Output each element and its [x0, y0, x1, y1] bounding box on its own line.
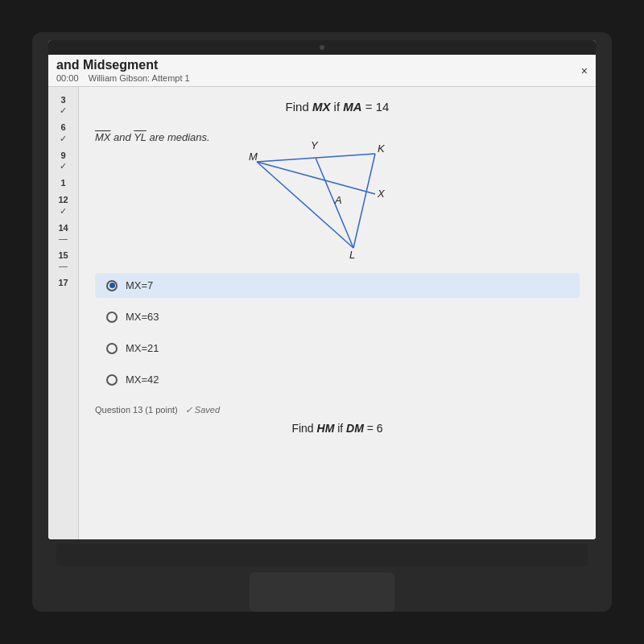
laptop-bottom: [32, 539, 612, 612]
median-yl: YL: [134, 131, 147, 143]
choice-c[interactable]: MX=21: [95, 336, 580, 361]
choice-b-label: MX=63: [126, 311, 159, 323]
screen-content: and Midsegment 00:00 William Gibson: Att…: [48, 55, 596, 539]
radio-a-inner: [109, 283, 115, 288]
timer: 00:00: [56, 73, 79, 83]
radio-c[interactable]: [106, 343, 118, 354]
content-area: Find MX if MA = 14 MX and YL are medians…: [79, 87, 596, 539]
svg-text:Y: Y: [311, 139, 319, 151]
saved-label: ✓ Saved: [185, 405, 220, 415]
sidebar-item-17[interactable]: 17: [58, 278, 68, 288]
keyboard: [56, 544, 588, 566]
screen: and Midsegment 00:00 William Gibson: Att…: [48, 40, 596, 539]
camera-dot: [320, 45, 324, 50]
sidebar-check-3: ✓: [60, 105, 67, 116]
svg-line-1: [353, 154, 375, 248]
sidebar-num-9: 9: [60, 151, 65, 161]
sidebar-check-12: ✓: [60, 206, 67, 217]
student-info: 00:00 William Gibson: Attempt 1: [56, 73, 190, 83]
choice-d[interactable]: MX=42: [95, 367, 580, 392]
sidebar-check-6: ✓: [60, 134, 67, 144]
diagram-area: MX and YL are medians.: [95, 123, 580, 260]
sidebar-item-3[interactable]: 3 ✓: [60, 95, 67, 116]
top-bar-info: and Midsegment 00:00 William Gibson: Att…: [56, 58, 190, 83]
svg-text:L: L: [349, 249, 355, 260]
trackpad: [250, 572, 394, 612]
sidebar-check-14: —: [59, 233, 68, 244]
svg-text:X: X: [377, 188, 386, 200]
choice-c-label: MX=21: [126, 342, 159, 354]
laptop-outer: and Midsegment 00:00 William Gibson: Att…: [32, 32, 612, 612]
sidebar-check-9: ✓: [60, 161, 67, 171]
answer-choices: MX=7 MX=63 MX=21 MX=42: [95, 273, 580, 392]
sidebar-item-11[interactable]: 1: [60, 178, 65, 188]
sidebar-num-3: 3: [60, 95, 65, 105]
question-prompt: Find MX if MA = 14: [95, 100, 580, 114]
screen-bezel: [48, 40, 596, 55]
sidebar-item-6[interactable]: 6 ✓: [60, 122, 67, 143]
sidebar-num-14: 14: [58, 223, 68, 233]
question-13-label: Question 13 (1 point): [95, 405, 178, 415]
svg-text:M: M: [249, 151, 258, 163]
sidebar-item-15[interactable]: 15 —: [58, 250, 68, 271]
close-button[interactable]: ×: [581, 64, 588, 77]
sidebar-num-11: 1: [60, 178, 65, 188]
sidebar: 3 ✓ 6 ✓ 9 ✓ 1 12: [48, 87, 79, 539]
next-question-prompt: Find HM if DM = 6: [95, 422, 580, 435]
sidebar-check-15: —: [59, 261, 68, 271]
choice-a-label: MX=7: [126, 279, 153, 291]
medians-label: MX and YL are medians.: [95, 131, 210, 143]
sidebar-item-12[interactable]: 12 ✓: [58, 195, 68, 216]
sidebar-num-15: 15: [58, 250, 68, 261]
sidebar-item-14[interactable]: 14 —: [58, 223, 68, 244]
choice-d-label: MX=42: [126, 374, 159, 386]
choice-a[interactable]: MX=7: [95, 273, 580, 298]
radio-a[interactable]: [106, 280, 118, 291]
choice-b[interactable]: MX=63: [95, 304, 580, 329]
svg-text:K: K: [378, 142, 386, 155]
triangle-diagram: M Y K A X L: [242, 123, 403, 260]
sidebar-num-12: 12: [58, 195, 68, 205]
student-name: William Gibson: Attempt 1: [89, 73, 190, 83]
svg-text:A: A: [334, 194, 342, 206]
question-footer: Question 13 (1 point) ✓ Saved: [95, 405, 580, 415]
top-bar: and Midsegment 00:00 William Gibson: Att…: [48, 55, 596, 87]
sidebar-num-6: 6: [60, 122, 65, 133]
page-title: and Midsegment: [56, 58, 190, 72]
sidebar-num-17: 17: [58, 278, 68, 288]
median-mx: MX: [95, 131, 111, 143]
radio-d[interactable]: [106, 374, 118, 386]
radio-b[interactable]: [106, 312, 118, 323]
sidebar-item-9[interactable]: 9 ✓: [60, 151, 67, 171]
main-area: 3 ✓ 6 ✓ 9 ✓ 1 12: [48, 87, 596, 539]
